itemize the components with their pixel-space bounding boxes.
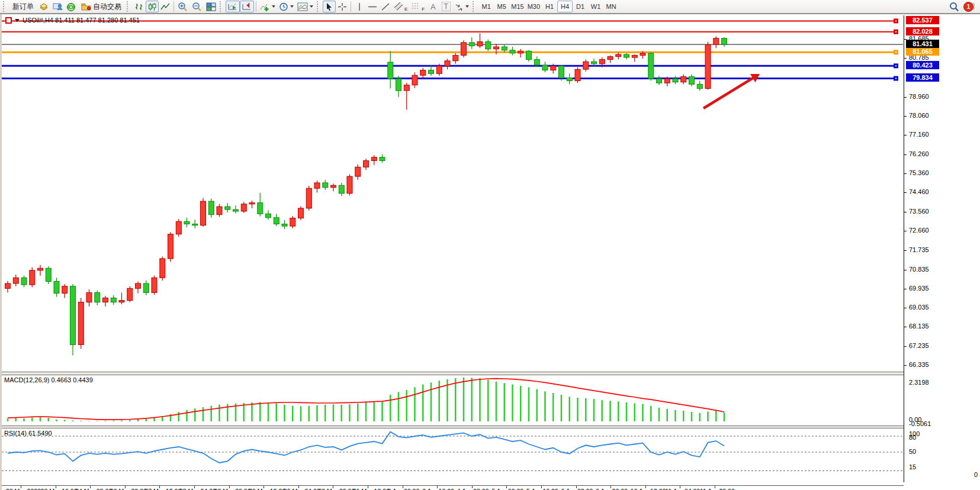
price-scale[interactable]: 81.68580.78578.96078.06077.16076.26075.3… [904, 15, 980, 482]
timeframe-button-M15[interactable]: M15 [509, 1, 525, 12]
price-tick-label: 69.035 [909, 304, 929, 311]
timeframe-button-H4[interactable]: H4 [557, 1, 573, 12]
price-tick [904, 289, 907, 289]
auto-scroll-icon[interactable] [226, 1, 240, 12]
price-level-badge: 79.834 [906, 73, 939, 82]
time-label: 3 Apr 16:00 [422, 488, 454, 490]
price-tick [904, 97, 907, 98]
label-tool-label: T [442, 2, 451, 11]
rsi-scale-label: 50 [909, 448, 916, 455]
horizontal-line-icon[interactable] [366, 1, 379, 12]
timeframe-button-M1[interactable]: M1 [478, 1, 494, 12]
profile-icon[interactable] [51, 1, 65, 12]
trendline-icon[interactable] [379, 1, 392, 12]
search-icon[interactable] [947, 1, 961, 12]
price-tick [904, 365, 907, 366]
indicators-icon[interactable] [258, 1, 277, 12]
crosshair-icon[interactable] [336, 1, 349, 12]
time-label: 29 Mar 12:00 [249, 488, 285, 490]
new-order-button[interactable]: 新订单 [9, 1, 37, 12]
time-label: 31 Mar 12:00 [353, 488, 390, 490]
vertical-line-icon[interactable] [353, 1, 366, 12]
price-chart[interactable] [2, 15, 904, 372]
price-tick-label: 74.460 [909, 188, 929, 195]
zoom-out-icon[interactable] [190, 1, 204, 12]
time-label: 28 Mar 20:00 [214, 488, 251, 490]
macd-scale-label: -0.5061 [909, 420, 931, 427]
toolbar-grip[interactable] [127, 1, 131, 12]
timeframe-button-MN[interactable]: MN [603, 1, 619, 12]
line-chart-icon[interactable] [159, 1, 172, 12]
fibonacci-icon[interactable]: F [409, 1, 426, 12]
notifications-button[interactable]: 1 [961, 1, 979, 12]
bar-chart-icon[interactable] [133, 1, 146, 12]
toolbar-separator [256, 1, 256, 12]
tile-windows-icon[interactable] [204, 1, 218, 12]
time-label: 4 Apr 08:00 [457, 488, 489, 490]
price-tick [904, 308, 907, 308]
price-tick-label: 66.335 [909, 361, 929, 368]
auto-trading-button[interactable]: 自动交易 [78, 1, 125, 12]
price-tick-label: 70.835 [909, 266, 929, 273]
price-tick-label: 72.660 [909, 227, 929, 234]
price-tick [904, 135, 907, 136]
macd-label: MACD(12,26,9) 0.4663 0.4439 [4, 376, 93, 383]
price-tick [904, 173, 907, 174]
trading-platform-window: 新订单 自动交易 [0, 0, 980, 490]
symbol-dropdown-icon[interactable] [15, 19, 20, 22]
timeframe-button-W1[interactable]: W1 [588, 1, 603, 12]
toolbar-separator [173, 1, 174, 12]
signal-icon[interactable] [65, 1, 78, 12]
text-tool-label: A [430, 2, 436, 11]
macd-pane[interactable] [2, 375, 904, 425]
toolbar-grip[interactable] [220, 1, 224, 12]
chevron-down-icon [465, 5, 469, 8]
toolbar-grip[interactable] [473, 1, 477, 12]
text-label-tool-button[interactable]: T [439, 1, 452, 12]
current-price-badge: 81.431 [906, 40, 939, 48]
timeframe-button-H1[interactable]: H1 [542, 1, 557, 12]
price-tick [904, 192, 907, 193]
new-order-label: 新订单 [12, 2, 34, 12]
periods-clock-icon[interactable] [277, 1, 295, 12]
price-tick [904, 346, 907, 347]
rsi-scale-label: 15 [909, 463, 916, 470]
timeframe-button-D1[interactable]: D1 [573, 1, 588, 12]
timeframe-button-M30[interactable]: M30 [526, 1, 542, 12]
price-tick [904, 327, 907, 327]
timeframe-toolbar: M1M5M15M30H1H4D1W1MN [478, 1, 619, 12]
timeframe-button-M5[interactable]: M5 [494, 1, 509, 12]
rsi-pane[interactable] [2, 428, 904, 472]
time-label: 26 Mar 23:00 [110, 488, 147, 490]
price-tick-label: 78.960 [909, 93, 929, 100]
cursor-icon[interactable] [323, 1, 336, 12]
arrows-icon[interactable] [452, 1, 471, 12]
chevron-down-icon [310, 5, 313, 8]
time-axis[interactable]: 23 Mar 202323 Mar 16:0024 Mar 08:0026 Ma… [2, 485, 904, 490]
time-label: 23 Mar 2023 [6, 488, 41, 490]
price-tick [904, 250, 907, 251]
line-selection-handle[interactable] [5, 17, 12, 24]
quotes-icon[interactable] [37, 1, 51, 12]
price-tick-label: 69.935 [909, 285, 929, 292]
chart-shift-icon[interactable] [240, 1, 254, 12]
auto-trading-label: 自动交易 [93, 2, 121, 12]
text-tool-button[interactable]: A [426, 1, 439, 12]
time-label: 24 Mar 08:00 [75, 488, 112, 490]
price-tick [904, 58, 907, 59]
rsi-scale-label: 80 [909, 434, 916, 441]
chevron-down-icon [272, 5, 275, 8]
toolbar-grip[interactable] [3, 1, 7, 12]
time-label: 3 Apr 00:00 [388, 488, 420, 490]
template-icon[interactable] [295, 1, 315, 12]
channel-icon[interactable]: E [392, 1, 409, 12]
price-level-badge: 81.065 [906, 47, 939, 56]
time-label: 30 Mar 04:00 [284, 488, 320, 490]
notification-badge: 1 [963, 2, 973, 12]
candlestick-icon[interactable] [146, 1, 159, 12]
time-label: 28 Mar 04:00 [179, 488, 216, 490]
price-tick-label: 78.060 [909, 112, 929, 119]
price-level-badge: 82.537 [906, 16, 939, 24]
zoom-in-icon[interactable] [176, 1, 190, 12]
toolbar-grip[interactable] [317, 1, 321, 12]
